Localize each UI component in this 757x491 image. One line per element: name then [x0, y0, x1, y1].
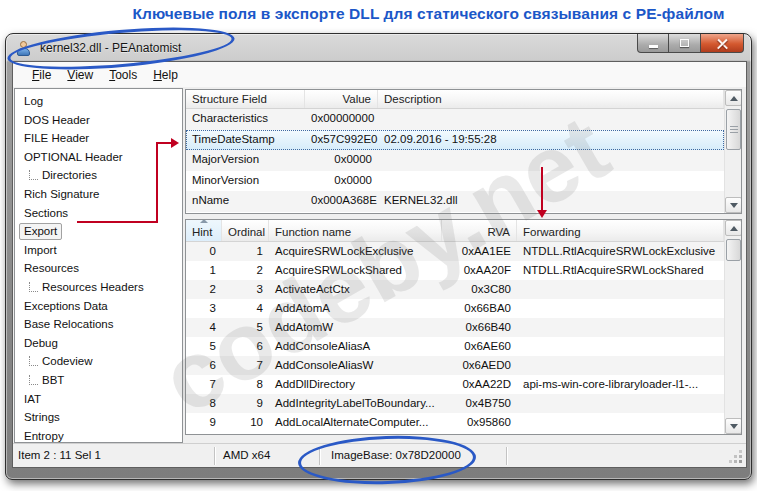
- column-forwarding[interactable]: Forwarding: [517, 220, 724, 241]
- sidebar-item-resources-headers[interactable]: Resources Headers: [15, 278, 182, 297]
- export-table-header: Hint Ordinal Function name RVA Forwardin…: [186, 220, 724, 242]
- structure-fields-panel: Structure Field Value Description Charac…: [185, 89, 742, 214]
- arrow-right-icon: [171, 138, 179, 148]
- table-row[interactable]: 34AddAtomA0x66BA0: [186, 299, 724, 318]
- close-icon: [717, 38, 728, 49]
- sidebar-item-resources[interactable]: Resources: [15, 259, 182, 278]
- column-structure-field[interactable]: Structure Field: [186, 90, 305, 108]
- column-function-name[interactable]: Function name: [269, 220, 442, 241]
- table-row[interactable]: 56AddConsoleAliasA0x6AE60: [186, 337, 724, 356]
- tree-elbow-icon: [29, 375, 38, 385]
- annotation-arrow-segment: [77, 221, 158, 223]
- peanatomist-window: kernel32.dll - PEAnatomist File View Too…: [5, 33, 752, 480]
- scrollbar-thumb[interactable]: [726, 239, 741, 261]
- sidebar-item-iat[interactable]: IAT: [15, 390, 182, 409]
- tree-elbow-icon: [29, 356, 38, 366]
- fields-table-header: Structure Field Value Description: [186, 90, 724, 109]
- arrow-down-icon: [537, 210, 547, 218]
- menu-help[interactable]: Help: [145, 65, 186, 85]
- sidebar-item-log[interactable]: Log: [15, 92, 182, 111]
- column-description[interactable]: Description: [378, 90, 724, 108]
- window-controls: [637, 34, 744, 53]
- minimize-icon: [649, 45, 658, 48]
- sort-asc-icon: [200, 219, 208, 223]
- annotation-arrow-segment: [541, 167, 543, 211]
- fields-scrollbar[interactable]: [724, 90, 741, 213]
- column-rva[interactable]: RVA: [442, 220, 517, 241]
- scroll-up-icon[interactable]: [725, 220, 742, 236]
- table-row[interactable]: 45AddAtomW0x66B40: [186, 318, 724, 337]
- scroll-down-icon[interactable]: [725, 418, 742, 434]
- sidebar-item-strings[interactable]: Strings: [15, 408, 182, 427]
- status-divider: [506, 447, 507, 465]
- export-functions-panel: Hint Ordinal Function name RVA Forwardin…: [185, 219, 742, 435]
- table-row[interactable]: nName0x000A368EKERNEL32.dll: [186, 191, 724, 212]
- column-hint-sorted[interactable]: Hint: [186, 220, 222, 241]
- sidebar-item-import[interactable]: Import: [15, 241, 182, 260]
- table-row[interactable]: 89AddIntegrityLabelToBoundary...0x4B750: [186, 394, 724, 413]
- client-area: File View Tools Help Log DOS Header FILE…: [13, 62, 746, 467]
- tree-elbow-icon: [29, 170, 38, 180]
- annotation-arrow-segment: [156, 142, 158, 223]
- minimize-button[interactable]: [637, 34, 669, 53]
- column-value[interactable]: Value: [305, 90, 378, 108]
- sidebar-item-base-relocations[interactable]: Base Relocations: [15, 315, 182, 334]
- table-row[interactable]: 01AcquireSRWLockExclusive0xAA1EENTDLL.Rt…: [186, 242, 724, 261]
- sidebar-item-exceptions-data[interactable]: Exceptions Data: [15, 297, 182, 316]
- table-row-selected[interactable]: TimeDateStamp0x57C992E002.09.2016 - 19:5…: [186, 130, 724, 151]
- sidebar-item-codeview[interactable]: Codeview: [15, 352, 182, 371]
- status-selection: Item 2 : 11 Sel 1: [18, 449, 101, 461]
- table-row[interactable]: 67AddConsoleAliasW0x6AED0: [186, 356, 724, 375]
- table-row[interactable]: Characteristics0x00000000: [186, 109, 724, 130]
- annotation-arrow-segment: [156, 142, 172, 144]
- maximize-button[interactable]: [669, 34, 701, 53]
- resize-grip[interactable]: [739, 460, 742, 463]
- scroll-up-icon[interactable]: [725, 90, 742, 106]
- scrollbar-thumb[interactable]: [726, 109, 741, 150]
- sidebar-item-dos-header[interactable]: DOS Header: [15, 111, 182, 130]
- table-row[interactable]: 78AddDllDirectory0xAA22Dapi-ms-win-core-…: [186, 375, 724, 394]
- sidebar-item-export[interactable]: Export: [15, 222, 182, 241]
- export-scrollbar[interactable]: [724, 220, 741, 434]
- column-ordinal[interactable]: Ordinal: [222, 220, 269, 241]
- close-button[interactable]: [701, 34, 744, 53]
- table-row[interactable]: 910AddLocalAlternateComputer...0x95860: [186, 413, 724, 432]
- table-row[interactable]: MinorVersion0x0000: [186, 171, 724, 192]
- table-row[interactable]: MajorVersion0x0000: [186, 150, 724, 171]
- page-title: Ключевые поля в экспорте DLL для статиче…: [100, 5, 757, 23]
- table-row[interactable]: 23ActivateActCtx0x3C80: [186, 280, 724, 299]
- sidebar-item-bbt[interactable]: BBT: [15, 371, 182, 390]
- status-divider: [214, 447, 215, 465]
- sidebar-item-debug[interactable]: Debug: [15, 334, 182, 353]
- scroll-down-icon[interactable]: [725, 197, 742, 213]
- tree-elbow-icon: [29, 282, 38, 292]
- maximize-icon: [680, 39, 689, 47]
- sidebar-item-entropy[interactable]: Entropy: [15, 427, 182, 443]
- status-architecture: AMD x64: [223, 449, 270, 461]
- table-row[interactable]: 12AcquireSRWLockShared0xAA20FNTDLL.RtlAc…: [186, 261, 724, 280]
